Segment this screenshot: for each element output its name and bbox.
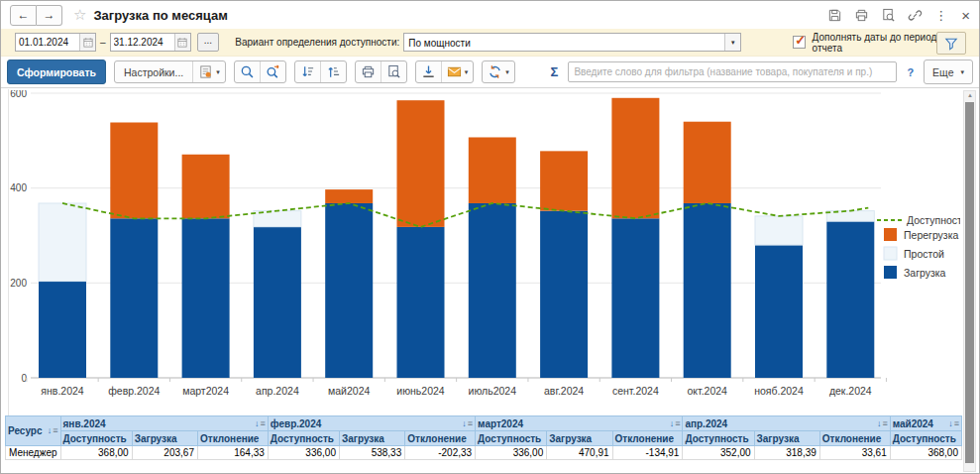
table-row: Менеджер368,00203,67164,33336,00538,33-2… <box>6 446 962 460</box>
date-from-input[interactable] <box>16 34 79 51</box>
table-subheader[interactable]: Доступность <box>268 431 339 446</box>
report-variants-button[interactable]: ▾ <box>192 61 225 82</box>
table-month-header[interactable]: февр.2024↓≡ <box>268 416 475 431</box>
sort-icon[interactable]: ↓≡ <box>670 419 681 428</box>
value-cell[interactable]: 164,33 <box>197 446 268 460</box>
sort-icon[interactable]: ↓≡ <box>255 419 266 428</box>
table-subheader[interactable]: Доступность <box>60 431 132 446</box>
search-next-button[interactable] <box>260 61 285 82</box>
table-subheader[interactable]: Загрузка <box>339 431 404 446</box>
table-subheader[interactable]: Загрузка <box>754 431 819 446</box>
monthly-load-chart: 0200400600янв.2024февр.2024март2024апр.2… <box>1 90 960 414</box>
resource-cell[interactable]: Менеджер <box>6 446 61 460</box>
calendar-icon[interactable] <box>174 34 190 51</box>
value-cell[interactable]: 352,00 <box>683 446 754 460</box>
expand-rows-button[interactable] <box>320 61 346 82</box>
value-cell[interactable]: 318,39 <box>754 446 819 460</box>
bar-overload <box>540 151 588 210</box>
value-cell[interactable]: 368,00 <box>890 446 961 460</box>
table-subheader[interactable]: Доступность <box>476 431 547 446</box>
date-range-dash: – <box>100 37 106 48</box>
date-to-input[interactable] <box>111 34 174 51</box>
value-cell[interactable]: 470,91 <box>547 446 612 460</box>
more-vertical-icon[interactable]: ⋮ <box>934 9 947 22</box>
search-button[interactable] <box>235 61 260 82</box>
date-to-field[interactable] <box>110 33 191 52</box>
bar-load <box>755 245 803 378</box>
save-result-button[interactable] <box>416 61 441 82</box>
x-category-label: сент.2024 <box>612 385 659 397</box>
back-button[interactable]: ← <box>10 5 37 26</box>
result-table-wrap: Ресурс↓≡янв.2024↓≡февр.2024↓≡март2024↓≡а… <box>5 415 962 460</box>
sort-icon[interactable]: ↓≡ <box>948 419 959 428</box>
bar-overload <box>684 122 731 203</box>
page-title: Загрузка по месяцам <box>93 8 227 23</box>
table-subheader[interactable]: Отклонение <box>197 431 268 446</box>
x-category-label: март2024 <box>182 385 229 397</box>
sum-sigma-icon[interactable]: Σ <box>551 64 559 79</box>
value-cell[interactable]: 538,33 <box>339 446 404 460</box>
close-icon[interactable]: × <box>961 8 970 23</box>
table-subheader[interactable]: Загрузка <box>547 431 612 446</box>
help-link[interactable]: ? <box>907 66 914 78</box>
refresh-button[interactable]: ▾ <box>483 61 514 82</box>
vertical-scrollbar[interactable]: ▲ <box>963 90 976 472</box>
value-cell[interactable]: -134,91 <box>612 446 683 460</box>
settings-button[interactable]: Настройки... <box>115 61 192 82</box>
favorite-star-icon[interactable]: ☆ <box>73 6 86 24</box>
table-month-header[interactable]: март2024↓≡ <box>476 416 683 431</box>
bar-load <box>110 218 158 378</box>
filter-funnel-button[interactable] <box>936 32 966 55</box>
value-cell[interactable]: -202,33 <box>405 446 476 460</box>
table-subheader[interactable]: Доступность <box>890 431 961 446</box>
availability-variant-combo[interactable]: По мощности ▾ <box>403 33 741 52</box>
envelope-icon <box>447 64 462 79</box>
more-button[interactable]: Еще ▾ <box>924 59 973 84</box>
print-button[interactable] <box>356 61 381 82</box>
filter-search-input[interactable] <box>568 61 897 82</box>
table-header-resource[interactable]: Ресурс↓≡ <box>6 416 61 446</box>
save-icon[interactable] <box>827 8 842 23</box>
bar-overload <box>397 100 445 227</box>
table-subheader[interactable]: Отклонение <box>612 431 683 446</box>
sort-icon[interactable]: ↓≡ <box>48 426 58 435</box>
value-cell[interactable]: 203,67 <box>132 446 197 460</box>
table-month-header[interactable]: апр.2024↓≡ <box>683 416 890 431</box>
table-month-header[interactable]: янв.2024↓≡ <box>60 416 268 431</box>
back-arrow-icon: ← <box>18 8 30 22</box>
titlebar: ← → ☆ Загрузка по месяцам ⋮ × <box>1 1 979 29</box>
value-cell[interactable]: 336,00 <box>268 446 339 460</box>
date-from-field[interactable] <box>15 33 96 52</box>
value-cell[interactable]: 33,61 <box>819 446 890 460</box>
bar-load <box>826 221 874 378</box>
bar-load <box>325 203 373 378</box>
table-subheader[interactable]: Доступность <box>683 431 754 446</box>
value-cell[interactable]: 368,00 <box>60 446 132 460</box>
search-next-icon <box>266 64 280 79</box>
print-preview-icon[interactable] <box>881 8 896 23</box>
table-subheader[interactable]: Загрузка <box>132 431 197 446</box>
period-more-button[interactable]: ... <box>197 33 220 52</box>
scrollbar-thumb[interactable] <box>965 102 974 463</box>
table-subheader[interactable]: Отклонение <box>405 431 476 446</box>
scroll-up-icon[interactable]: ▲ <box>967 92 973 98</box>
x-category-label: янв.2024 <box>41 385 83 397</box>
chevron-down-icon[interactable]: ▾ <box>724 34 740 51</box>
sort-icon[interactable]: ↓≡ <box>462 419 473 428</box>
print-preview-button[interactable] <box>381 61 406 82</box>
y-tick-label: 200 <box>10 278 27 289</box>
generate-button[interactable]: Сформировать <box>7 59 106 84</box>
calendar-icon[interactable] <box>79 34 95 51</box>
legend-swatch <box>884 228 897 241</box>
checkbox[interactable]: ✓ <box>793 36 805 49</box>
collapse-rows-button[interactable] <box>295 61 320 82</box>
sort-icon[interactable]: ↓≡ <box>877 419 888 428</box>
forward-button[interactable]: → <box>37 5 62 26</box>
y-tick-label: 600 <box>10 90 27 99</box>
get-link-icon[interactable] <box>908 8 923 23</box>
value-cell[interactable]: 336,00 <box>476 446 547 460</box>
table-subheader[interactable]: Отклонение <box>819 431 890 446</box>
send-email-button[interactable]: ▾ <box>441 61 474 82</box>
table-month-header[interactable]: май2024↓≡ <box>890 416 961 431</box>
print-icon[interactable] <box>854 8 869 23</box>
